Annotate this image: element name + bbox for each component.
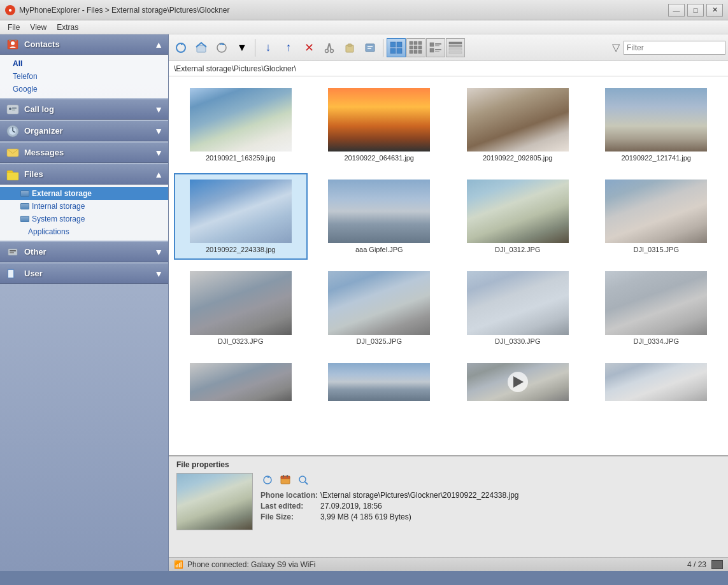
minimize-button[interactable]: — [668, 4, 685, 17]
file-thumbnail [467, 363, 569, 401]
view-small-icons[interactable] [406, 38, 425, 57]
sidebar-header-contacts[interactable]: Contacts ▲ [0, 34, 168, 55]
svg-rect-1 [9, 39, 11, 41]
status-bar: 📶 Phone connected: Galaxy S9 via WiFi 4 … [169, 557, 728, 571]
sidebar-item-telefon[interactable]: Telefon [0, 70, 168, 83]
properties-button[interactable] [360, 38, 380, 57]
files-expand-icon: ▲ [154, 169, 163, 180]
download-button[interactable]: ↓ [259, 38, 278, 57]
menu-file[interactable]: File [3, 22, 25, 33]
sidebar-header-files[interactable]: Files ▲ [0, 164, 168, 185]
svg-rect-13 [7, 173, 18, 180]
svg-rect-15 [10, 250, 16, 251]
file-item[interactable]: DJI_0325.JPG [313, 265, 446, 351]
file-item[interactable] [174, 356, 308, 410]
dropdown-button[interactable]: ▼ [232, 38, 252, 57]
svg-rect-49 [435, 49, 441, 50]
sidebar-header-user[interactable]: User ▼ [0, 264, 168, 284]
file-item[interactable]: 20190922_092805.jpg [451, 81, 585, 168]
close-button[interactable]: ✕ [706, 4, 723, 17]
current-path: \External storage\Pictures\Glockner\ [174, 64, 296, 73]
file-item[interactable]: DJI_0334.JPG [590, 265, 724, 351]
sidebar-header-organizer[interactable]: Organizer ▼ [0, 121, 168, 141]
svg-rect-38 [418, 41, 422, 45]
svg-rect-59 [287, 475, 288, 477]
menu-extras[interactable]: Extras [52, 22, 83, 33]
prop-refresh-button[interactable] [261, 473, 275, 487]
status-view-icon [711, 560, 723, 569]
delete-button[interactable]: ✕ [299, 38, 318, 57]
prop-search-button[interactable] [296, 473, 310, 487]
svg-rect-45 [430, 43, 434, 46]
sidebar-header-messages[interactable]: Messages ▼ [0, 143, 168, 163]
file-grid: 20190921_163259.jpg 20190922_064631.jpg … [169, 76, 728, 455]
file-name: DJI_0330.JPG [495, 337, 541, 345]
properties-thumbnail [176, 473, 253, 530]
messages-expand-icon: ▼ [154, 148, 163, 158]
refresh-button[interactable] [171, 38, 190, 57]
view-large-icons[interactable] [387, 38, 406, 57]
maximize-button[interactable]: □ [687, 4, 704, 17]
sidebar-item-all[interactable]: All [0, 57, 168, 70]
file-thumbnail [190, 271, 292, 335]
prop-edited-value: 27.09.2019, 18:56 [320, 502, 382, 511]
file-item[interactable]: 20190921_163259.jpg [174, 81, 308, 168]
view-list[interactable] [426, 38, 445, 57]
svg-rect-43 [414, 50, 417, 53]
filter-input[interactable] [624, 41, 725, 55]
svg-rect-18 [8, 270, 13, 278]
file-item[interactable]: 20190922_064631.jpg [313, 81, 446, 168]
sidebar-header-calllog[interactable]: Call log ▼ [0, 99, 168, 120]
svg-rect-33 [397, 42, 402, 47]
sidebar-item-external-storage[interactable]: External storage [0, 187, 168, 200]
sidebar-item-internal-storage[interactable]: Internal storage [0, 200, 168, 213]
paste-button[interactable] [340, 38, 359, 57]
svg-rect-6 [12, 108, 17, 109]
menu-view[interactable]: View [25, 22, 52, 33]
svg-rect-39 [410, 46, 413, 49]
svg-rect-16 [10, 252, 14, 253]
prop-calendar-button[interactable] [278, 473, 292, 487]
file-name: 20190922_224338.jpg [206, 246, 276, 253]
prop-size-label: File Size: [261, 512, 318, 521]
files-icon [5, 167, 20, 182]
calllog-icon [5, 102, 20, 117]
organizer-label: Organizer [24, 126, 154, 136]
file-name: DJI_0334.JPG [633, 337, 679, 345]
file-item[interactable]: 20190922_121741.jpg [590, 81, 724, 168]
svg-rect-52 [449, 45, 462, 47]
home-button[interactable] [192, 38, 211, 57]
video-play-overlay [508, 372, 528, 392]
properties-panel: File properties [169, 455, 728, 557]
file-item[interactable]: DJI_0323.JPG [174, 265, 308, 351]
path-bar: \External storage\Pictures\Glockner\ [169, 61, 728, 76]
file-item[interactable]: DJI_0312.JPG [451, 173, 585, 260]
reload-button[interactable] [212, 38, 231, 57]
file-item[interactable]: aaa Gipfel.JPG [313, 173, 446, 260]
file-item[interactable]: DJI_0315.JPG [590, 173, 724, 260]
separator-1 [255, 39, 255, 57]
sidebar-section-user: User ▼ [0, 264, 168, 284]
user-label: User [24, 269, 154, 278]
file-item[interactable] [451, 356, 585, 410]
wifi-icon: 📶 [174, 560, 183, 569]
file-name: 20190922_092805.jpg [483, 154, 553, 162]
sidebar-header-other[interactable]: Other ▼ [0, 242, 168, 262]
file-item[interactable]: DJI_0330.JPG [451, 265, 585, 351]
svg-rect-24 [329, 43, 332, 49]
file-item[interactable] [313, 356, 446, 410]
cut-button[interactable] [320, 38, 339, 57]
user-icon [5, 266, 20, 281]
sidebar-item-google[interactable]: Google [0, 83, 168, 95]
sidebar-item-system-storage[interactable]: System storage [0, 213, 168, 225]
svg-point-3 [11, 41, 15, 45]
file-thumbnail [467, 180, 569, 243]
upload-button[interactable]: ↑ [279, 38, 298, 57]
file-item-selected[interactable]: 20190922_224338.jpg [174, 173, 308, 260]
svg-rect-2 [15, 39, 17, 41]
messages-icon [5, 145, 20, 160]
file-thumbnail [328, 363, 430, 401]
file-item[interactable] [590, 356, 724, 410]
view-details[interactable] [446, 38, 465, 57]
sidebar-item-applications[interactable]: Applications [0, 225, 168, 238]
